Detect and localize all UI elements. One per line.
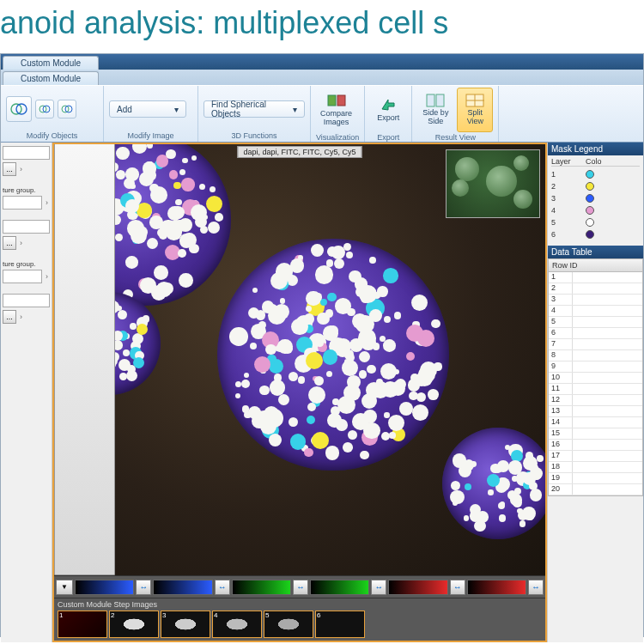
step-thumbnail[interactable]: 3	[161, 611, 210, 638]
left-group-label: ture group.	[3, 260, 50, 268]
table-row[interactable]: 18	[549, 462, 642, 473]
hist-stretch-icon[interactable]: ↔	[136, 580, 151, 595]
table-row[interactable]: 9	[549, 361, 642, 373]
table-row[interactable]: 17	[549, 451, 642, 462]
histogram-red-1[interactable]	[388, 580, 447, 595]
histogram-row: ▼ ↔ ↔ ↔ ↔ ↔ ↔	[54, 575, 545, 598]
legend-col-layer: Layer	[551, 157, 586, 166]
chevron-right-icon[interactable]: ›	[18, 239, 24, 247]
compare-images-button[interactable]: Compare Images	[316, 88, 356, 132]
step-thumbnail[interactable]: 5	[264, 611, 313, 638]
ribbon-group-modify-objects: Modify Objects	[1, 86, 104, 142]
table-row[interactable]: 13	[549, 406, 642, 417]
histogram-blue-1[interactable]	[75, 580, 134, 595]
table-row[interactable]: 5	[549, 317, 642, 328]
table-row[interactable]: 1	[549, 272, 642, 283]
mask-legend-body: Layer Colo 123456	[548, 155, 643, 246]
export-label: Export	[377, 114, 399, 123]
hist-stretch-icon[interactable]: ↔	[293, 580, 308, 595]
left-panel: ...›ture group. › ...›ture group. › ...›	[1, 143, 52, 642]
hist-stretch-icon[interactable]: ↔	[450, 580, 465, 595]
dropdown-icon: ▾	[174, 105, 179, 114]
data-table-header: Data Table	[548, 246, 643, 258]
find-spherical-button[interactable]: Find Spherical Objects▾	[204, 100, 305, 118]
image-viewer[interactable]: 35µm dapi, dapi, FITC, FITC, Cy5, Cy5 Si…	[54, 144, 545, 575]
legend-row[interactable]: 4	[551, 204, 640, 216]
table-row[interactable]: 19	[549, 473, 642, 484]
tab-custom-module-2[interactable]: Custom Module	[3, 71, 99, 85]
table-row[interactable]: 2	[549, 283, 642, 295]
object-tool-1[interactable]	[6, 96, 32, 122]
step-thumbnail[interactable]: 4	[212, 611, 262, 638]
table-row[interactable]: 6	[549, 328, 642, 339]
data-table: Row ID 1234567891011121314151617181920	[548, 258, 643, 642]
object-tool-2[interactable]	[35, 100, 54, 118]
legend-row[interactable]: 3	[551, 192, 640, 204]
table-row[interactable]: 4	[549, 306, 642, 317]
ribbon-label-modify-objects: Modify Objects	[6, 131, 98, 140]
tab-single-image[interactable]: Single Image	[54, 144, 115, 575]
table-row[interactable]: 16	[549, 440, 642, 451]
side-by-side-label: Side by Side	[422, 109, 448, 126]
hist-stretch-icon[interactable]: ↔	[528, 580, 544, 595]
histogram-menu[interactable]: ▼	[56, 580, 73, 595]
left-dropdown[interactable]	[3, 146, 50, 160]
step-thumbnail[interactable]: 6	[315, 611, 365, 638]
svg-rect-8	[427, 94, 434, 106]
table-row[interactable]: 14	[549, 417, 642, 428]
table-row[interactable]: 7	[549, 339, 642, 350]
mask-legend-header: Mask Legend	[548, 143, 643, 155]
left-dropdown[interactable]	[3, 270, 42, 283]
browse-button[interactable]: ...	[3, 162, 16, 176]
ribbon-label-modify-image: Modify Image	[109, 131, 192, 140]
data-table-col-rowid[interactable]: Row ID	[548, 258, 643, 272]
browse-button[interactable]: ...	[3, 310, 16, 324]
tab-custom-module-1[interactable]: Custom Module	[3, 56, 99, 70]
export-button[interactable]: Export	[370, 88, 406, 132]
viewer-column: 35µm dapi, dapi, FITC, FITC, Cy5, Cy5 Si…	[52, 143, 547, 642]
legend-row[interactable]: 5	[551, 216, 640, 228]
content-row: ...›ture group. › ...›ture group. › ...›…	[1, 143, 643, 642]
table-row[interactable]: 8	[549, 350, 642, 361]
organoid-object	[442, 428, 545, 539]
step-thumbnail[interactable]: 1	[58, 611, 107, 638]
svg-rect-9	[436, 94, 444, 106]
chevron-right-icon[interactable]: ›	[18, 165, 24, 173]
compare-images-label: Compare Images	[320, 110, 352, 127]
table-row[interactable]: 12	[549, 395, 642, 406]
inset-overview[interactable]	[446, 149, 540, 218]
table-row[interactable]: 11	[549, 384, 642, 395]
chevron-right-icon[interactable]: ›	[18, 313, 24, 321]
table-row[interactable]: 15	[549, 428, 642, 440]
hist-stretch-icon[interactable]: ↔	[371, 580, 386, 595]
histogram-green-1[interactable]	[232, 580, 291, 595]
step-thumbnails: 123456	[58, 611, 542, 638]
chevron-right-icon[interactable]: ›	[44, 198, 50, 207]
browse-button[interactable]: ...	[3, 236, 16, 250]
channel-label: dapi, dapi, FITC, FITC, Cy5, Cy5	[237, 146, 361, 158]
table-row[interactable]: 10	[549, 373, 642, 384]
ribbon-label-export: Export	[370, 132, 406, 142]
left-dropdown[interactable]	[3, 294, 50, 307]
left-dropdown[interactable]	[3, 196, 42, 210]
table-row[interactable]: 3	[549, 295, 642, 306]
legend-row[interactable]: 1	[551, 168, 640, 180]
ribbon-group-result-view: Side by Side Split View Result View	[412, 86, 499, 142]
chevron-right-icon[interactable]: ›	[44, 272, 50, 281]
side-by-side-button[interactable]: Side by Side	[417, 88, 453, 132]
histogram-blue-2[interactable]	[153, 580, 212, 595]
ribbon-label-3d-functions: 3D Functions	[204, 131, 305, 140]
compare-icon	[327, 93, 346, 108]
legend-row[interactable]: 2	[551, 180, 640, 192]
hist-stretch-icon[interactable]: ↔	[215, 580, 230, 595]
object-tool-3[interactable]	[58, 100, 76, 118]
table-row[interactable]: 20	[549, 484, 642, 495]
split-view-button[interactable]: Split View	[457, 88, 493, 132]
legend-row[interactable]: 6	[551, 228, 640, 240]
module-tab-bar: Custom Module	[1, 54, 643, 70]
left-dropdown[interactable]	[3, 220, 50, 234]
add-button[interactable]: Add▾	[109, 100, 186, 118]
histogram-red-2[interactable]	[467, 580, 526, 595]
step-thumbnail[interactable]: 2	[109, 611, 159, 638]
histogram-green-2[interactable]	[310, 580, 369, 595]
